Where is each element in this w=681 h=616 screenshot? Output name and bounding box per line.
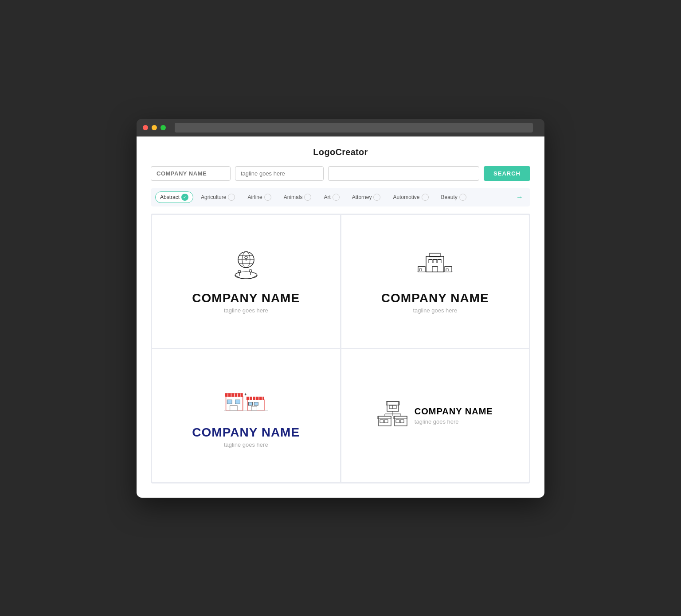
svg-rect-19 bbox=[419, 269, 422, 271]
logo-inline-container: COMPANY NAME tagline goes here bbox=[377, 399, 493, 432]
company-name-2: COMPANY NAME bbox=[381, 291, 489, 305]
address-bar[interactable] bbox=[175, 123, 533, 133]
tagline-4: tagline goes here bbox=[415, 418, 493, 425]
company-name-1: COMPANY NAME bbox=[192, 291, 300, 305]
filter-next-arrow[interactable]: → bbox=[513, 192, 526, 202]
logo-card-4[interactable]: COMPANY NAME tagline goes here bbox=[341, 349, 529, 482]
filter-label: Art bbox=[324, 194, 330, 200]
browser-window: LogoCreator SEARCH Abstract ✓ Agricultur… bbox=[137, 119, 544, 498]
svg-rect-50 bbox=[395, 416, 407, 426]
svg-rect-14 bbox=[429, 260, 432, 263]
logo-icon-colorful-shops: ✦ bbox=[224, 383, 268, 420]
check-icon bbox=[333, 194, 340, 201]
logo-card-2[interactable]: COMPANY NAME tagline goes here bbox=[341, 215, 529, 348]
svg-rect-15 bbox=[433, 260, 437, 263]
svg-rect-45 bbox=[389, 405, 393, 409]
filter-chip-automotive[interactable]: Automotive bbox=[388, 191, 433, 203]
logo-card-1[interactable]: COMPANY NAME tagline goes here bbox=[152, 215, 340, 348]
check-icon: ✓ bbox=[181, 194, 188, 201]
search-bar: SEARCH bbox=[151, 166, 530, 181]
logo-card-3[interactable]: ✦ bbox=[152, 349, 340, 482]
tagline-3: tagline goes here bbox=[224, 441, 268, 448]
filter-chip-agriculture[interactable]: Agriculture bbox=[196, 191, 240, 203]
svg-rect-16 bbox=[438, 260, 441, 263]
svg-text:✦: ✦ bbox=[244, 392, 247, 397]
svg-rect-49 bbox=[384, 420, 388, 423]
svg-rect-30 bbox=[227, 400, 232, 404]
filter-bar: Abstract ✓ Agriculture Airline Animals A… bbox=[151, 188, 530, 207]
filter-chip-abstract[interactable]: Abstract ✓ bbox=[155, 191, 193, 203]
company-name-3: COMPANY NAME bbox=[192, 425, 300, 440]
filter-label: Airline bbox=[247, 194, 262, 200]
svg-rect-31 bbox=[235, 400, 240, 404]
maximize-button[interactable] bbox=[160, 125, 166, 130]
company-name-input[interactable] bbox=[151, 166, 231, 181]
check-icon bbox=[373, 194, 380, 201]
logo-text-inline: COMPANY NAME tagline goes here bbox=[415, 406, 493, 425]
app-content: LogoCreator SEARCH Abstract ✓ Agricultur… bbox=[137, 136, 544, 498]
filter-label: Automotive bbox=[393, 194, 419, 200]
filter-chip-animals[interactable]: Animals bbox=[279, 191, 317, 203]
logo-icon-inline-shop bbox=[377, 399, 408, 432]
check-icon bbox=[304, 194, 311, 201]
svg-rect-21 bbox=[446, 269, 448, 271]
keyword-input[interactable] bbox=[328, 166, 479, 181]
svg-rect-52 bbox=[400, 420, 404, 423]
tagline-1: tagline goes here bbox=[224, 307, 268, 314]
search-button[interactable]: SEARCH bbox=[484, 166, 530, 181]
filter-label: Attorney bbox=[352, 194, 372, 200]
app-title: LogoCreator bbox=[313, 147, 368, 157]
filter-label: Agriculture bbox=[201, 194, 226, 200]
tagline-input[interactable] bbox=[235, 166, 324, 181]
check-icon bbox=[422, 194, 429, 201]
logo-icon-building bbox=[417, 249, 453, 286]
filter-label: Abstract bbox=[160, 194, 180, 200]
company-name-4: COMPANY NAME bbox=[415, 406, 493, 417]
svg-rect-12 bbox=[426, 257, 444, 272]
svg-rect-48 bbox=[380, 420, 384, 423]
filter-label: Beauty bbox=[441, 194, 458, 200]
browser-titlebar bbox=[137, 119, 544, 136]
check-icon bbox=[228, 194, 235, 201]
svg-rect-32 bbox=[230, 405, 237, 411]
logo-icon-globe-location bbox=[226, 249, 266, 286]
svg-rect-41 bbox=[254, 402, 258, 405]
check-icon bbox=[264, 194, 271, 201]
filter-chip-art[interactable]: Art bbox=[319, 191, 344, 203]
filter-label: Animals bbox=[284, 194, 303, 200]
filter-chip-beauty[interactable]: Beauty bbox=[436, 191, 471, 203]
filter-chip-attorney[interactable]: Attorney bbox=[347, 191, 386, 203]
svg-rect-47 bbox=[379, 416, 391, 426]
svg-rect-40 bbox=[248, 402, 252, 405]
logo-grid: COMPANY NAME tagline goes here bbox=[151, 214, 530, 483]
minimize-button[interactable] bbox=[152, 125, 157, 130]
svg-rect-51 bbox=[396, 420, 399, 423]
tagline-2: tagline goes here bbox=[413, 307, 457, 314]
svg-rect-46 bbox=[393, 405, 396, 409]
svg-rect-42 bbox=[251, 406, 257, 411]
close-button[interactable] bbox=[143, 125, 148, 130]
filter-chip-airline[interactable]: Airline bbox=[243, 191, 276, 203]
svg-point-5 bbox=[245, 256, 247, 259]
app-header: LogoCreator bbox=[151, 147, 530, 157]
check-icon bbox=[459, 194, 466, 201]
svg-rect-17 bbox=[432, 267, 438, 272]
